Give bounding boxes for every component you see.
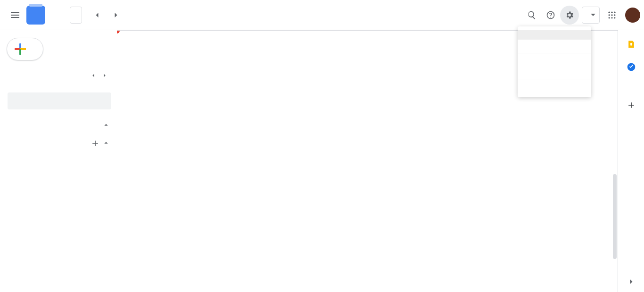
svg-point-2	[614, 11, 615, 13]
settings-button[interactable]	[560, 6, 579, 25]
support-button[interactable]	[541, 6, 560, 25]
keep-icon[interactable]	[627, 40, 636, 51]
menu-addons[interactable]	[518, 84, 591, 93]
search-people-input[interactable]	[13, 97, 106, 105]
add-calendar-icon[interactable]	[91, 139, 100, 148]
add-sidepanel-icon[interactable]	[627, 100, 636, 112]
svg-point-6	[609, 17, 610, 18]
today-button[interactable]	[70, 7, 82, 24]
svg-point-7	[611, 17, 612, 18]
side-panel	[618, 30, 644, 292]
show-side-panel-button[interactable]	[627, 277, 636, 292]
other-calendars-header[interactable]	[6, 137, 113, 150]
scrollbar[interactable]	[612, 70, 618, 292]
svg-point-4	[611, 14, 612, 16]
search-people[interactable]	[8, 92, 111, 109]
chevron-up-icon	[102, 139, 110, 147]
main-menu-button[interactable]	[6, 6, 25, 25]
chevron-up-icon	[102, 121, 110, 129]
svg-point-3	[609, 14, 610, 16]
account-avatar[interactable]	[625, 8, 640, 23]
search-button[interactable]	[522, 6, 541, 25]
svg-point-0	[609, 11, 610, 13]
now-indicator-dot	[117, 31, 120, 33]
menu-bin[interactable]	[518, 40, 591, 49]
svg-point-5	[614, 14, 615, 16]
menu-print[interactable]	[518, 67, 591, 76]
view-select[interactable]	[582, 7, 600, 24]
menu-density[interactable]	[518, 57, 591, 67]
apps-button[interactable]	[603, 6, 621, 25]
mini-prev-month[interactable]	[88, 70, 99, 81]
header	[0, 0, 644, 30]
sidebar	[0, 30, 117, 292]
create-button[interactable]	[7, 38, 43, 60]
mini-next-month[interactable]	[99, 70, 110, 81]
chevron-down-icon	[591, 13, 595, 17]
calendar-logo-icon	[26, 6, 45, 25]
menu-settings[interactable]	[518, 30, 591, 40]
prev-period-button[interactable]	[88, 6, 107, 25]
settings-menu	[518, 26, 591, 97]
svg-point-1	[611, 11, 612, 13]
svg-point-8	[614, 17, 615, 18]
next-period-button[interactable]	[107, 6, 125, 25]
plus-icon	[14, 42, 27, 56]
tasks-icon[interactable]	[627, 62, 636, 74]
app-logo	[26, 6, 49, 25]
my-calendars-header[interactable]	[6, 119, 113, 131]
